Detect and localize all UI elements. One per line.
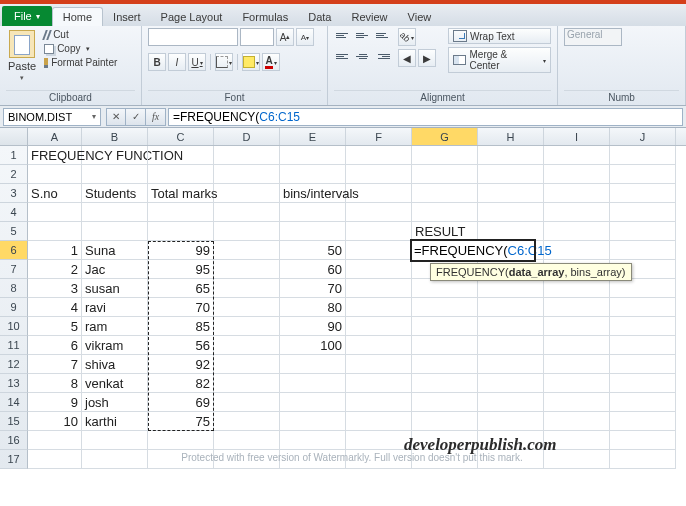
format-painter-button[interactable]: Format Painter — [42, 56, 119, 69]
cell-C13[interactable]: 82 — [148, 374, 214, 393]
cell-J15[interactable] — [610, 412, 676, 431]
cell-H11[interactable] — [478, 336, 544, 355]
cell-A10[interactable]: 5 — [28, 317, 82, 336]
cell-J13[interactable] — [610, 374, 676, 393]
cell-C7[interactable]: 95 — [148, 260, 214, 279]
cell-C15[interactable]: 75 — [148, 412, 214, 431]
row-header-11[interactable]: 11 — [0, 336, 28, 355]
cell-D7[interactable] — [214, 260, 280, 279]
cell-B13[interactable]: venkat — [82, 374, 148, 393]
cell-I10[interactable] — [544, 317, 610, 336]
cell-I17[interactable] — [544, 450, 610, 469]
tab-review[interactable]: Review — [341, 8, 397, 26]
tab-formulas[interactable]: Formulas — [232, 8, 298, 26]
cell-H15[interactable] — [478, 412, 544, 431]
cell-E7[interactable]: 60 — [280, 260, 346, 279]
cell-G16[interactable] — [412, 431, 478, 450]
row-header-16[interactable]: 16 — [0, 431, 28, 450]
cell-I9[interactable] — [544, 298, 610, 317]
cell-B1[interactable] — [82, 146, 148, 165]
cell-C11[interactable]: 56 — [148, 336, 214, 355]
cell-D1[interactable] — [214, 146, 280, 165]
cell-F6[interactable] — [346, 241, 412, 260]
cell-C5[interactable] — [148, 222, 214, 241]
align-center-button[interactable] — [354, 49, 372, 63]
cell-D14[interactable] — [214, 393, 280, 412]
cell-G10[interactable] — [412, 317, 478, 336]
cell-E12[interactable] — [280, 355, 346, 374]
tab-page-layout[interactable]: Page Layout — [151, 8, 233, 26]
cell-A1[interactable]: FREQUENCY FUNCTION — [28, 146, 82, 165]
cell-G15[interactable] — [412, 412, 478, 431]
cell-D17[interactable] — [214, 450, 280, 469]
cell-J8[interactable] — [610, 279, 676, 298]
orientation-button[interactable]: ab▾ — [398, 28, 416, 46]
cell-G14[interactable] — [412, 393, 478, 412]
cell-F3[interactable] — [346, 184, 412, 203]
cell-J9[interactable] — [610, 298, 676, 317]
border-button[interactable]: ▾ — [215, 53, 233, 71]
cell-B11[interactable]: vikram — [82, 336, 148, 355]
cell-D9[interactable] — [214, 298, 280, 317]
cell-F7[interactable] — [346, 260, 412, 279]
underline-button[interactable]: U▾ — [188, 53, 206, 71]
cell-H4[interactable] — [478, 203, 544, 222]
row-header-6[interactable]: 6 — [0, 241, 28, 260]
column-header-B[interactable]: B — [82, 128, 148, 145]
cell-J16[interactable] — [610, 431, 676, 450]
font-family-select[interactable] — [148, 28, 238, 46]
cell-C9[interactable]: 70 — [148, 298, 214, 317]
cell-H9[interactable] — [478, 298, 544, 317]
cell-D2[interactable] — [214, 165, 280, 184]
align-bottom-button[interactable] — [374, 28, 392, 42]
bold-button[interactable]: B — [148, 53, 166, 71]
cell-C6[interactable]: 99 — [148, 241, 214, 260]
cell-F16[interactable] — [346, 431, 412, 450]
cell-F9[interactable] — [346, 298, 412, 317]
cell-A16[interactable] — [28, 431, 82, 450]
cell-I4[interactable] — [544, 203, 610, 222]
cell-B12[interactable]: shiva — [82, 355, 148, 374]
cell-F1[interactable] — [346, 146, 412, 165]
cell-A17[interactable] — [28, 450, 82, 469]
cell-E8[interactable]: 70 — [280, 279, 346, 298]
cell-I15[interactable] — [544, 412, 610, 431]
cell-E3[interactable]: bins/intervals — [280, 184, 346, 203]
column-header-G[interactable]: G — [412, 128, 478, 145]
column-header-J[interactable]: J — [610, 128, 676, 145]
cell-B2[interactable] — [82, 165, 148, 184]
cell-H14[interactable] — [478, 393, 544, 412]
cell-D13[interactable] — [214, 374, 280, 393]
cell-A9[interactable]: 4 — [28, 298, 82, 317]
cell-E10[interactable]: 90 — [280, 317, 346, 336]
grow-font-button[interactable]: A▴ — [276, 28, 294, 46]
cell-B16[interactable] — [82, 431, 148, 450]
cell-B7[interactable]: Jac — [82, 260, 148, 279]
cell-G9[interactable] — [412, 298, 478, 317]
cell-A7[interactable]: 2 — [28, 260, 82, 279]
cell-F13[interactable] — [346, 374, 412, 393]
cell-E11[interactable]: 100 — [280, 336, 346, 355]
cell-E16[interactable] — [280, 431, 346, 450]
cell-G13[interactable] — [412, 374, 478, 393]
cell-G17[interactable] — [412, 450, 478, 469]
row-header-5[interactable]: 5 — [0, 222, 28, 241]
tab-view[interactable]: View — [398, 8, 442, 26]
row-header-3[interactable]: 3 — [0, 184, 28, 203]
cell-H13[interactable] — [478, 374, 544, 393]
merge-center-button[interactable]: Merge & Center▾ — [448, 47, 551, 73]
cell-H16[interactable] — [478, 431, 544, 450]
cell-I1[interactable] — [544, 146, 610, 165]
cell-I16[interactable] — [544, 431, 610, 450]
cell-C10[interactable]: 85 — [148, 317, 214, 336]
name-box[interactable]: BINOM.DIST▾ — [3, 108, 101, 126]
cell-B9[interactable]: ravi — [82, 298, 148, 317]
cell-I6[interactable] — [544, 241, 610, 260]
cell-I3[interactable] — [544, 184, 610, 203]
shrink-font-button[interactable]: A▾ — [296, 28, 314, 46]
cell-A13[interactable]: 8 — [28, 374, 82, 393]
column-header-H[interactable]: H — [478, 128, 544, 145]
cell-B3[interactable]: Students — [82, 184, 148, 203]
cell-H17[interactable] — [478, 450, 544, 469]
cell-D10[interactable] — [214, 317, 280, 336]
